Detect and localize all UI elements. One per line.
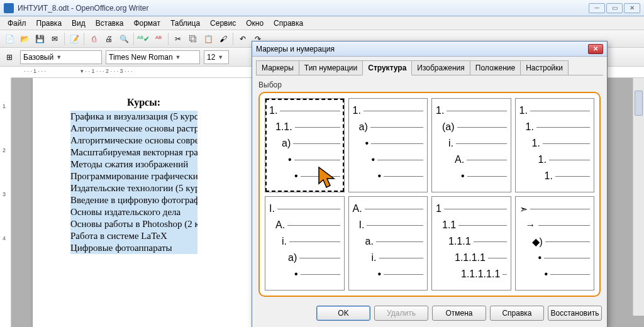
outline-level-label: •	[461, 170, 465, 182]
menu-format[interactable]: Формат	[128, 18, 165, 29]
outline-level-label: ➣	[519, 203, 528, 215]
undo-button[interactable]: ↶	[236, 32, 250, 46]
auto-spellcheck-button[interactable]: ᴬᴮ	[152, 32, 165, 46]
dialog-titlebar[interactable]: Маркеры и нумерация ✕	[252, 42, 607, 57]
outline-grid: 1.1.1.a)••1.a)•••1.(a)i.A.•1.1.1.1.1.I.A…	[258, 92, 601, 297]
help-button[interactable]: Справка	[490, 306, 544, 321]
cancel-button[interactable]: Отмена	[432, 306, 486, 321]
spellcheck-button[interactable]: ᴬᴮ✔	[136, 32, 150, 46]
menu-file[interactable]: Файл	[3, 18, 31, 29]
outline-level-label: 1.1.1	[448, 236, 471, 247]
ok-button[interactable]: OK	[316, 306, 370, 321]
dialog-tab[interactable]: Тип нумерации	[299, 60, 363, 75]
font-size-combo[interactable]: 12 ▼	[204, 50, 229, 64]
outline-option[interactable]: I.A.i.a)•	[265, 196, 345, 291]
outline-level-label: I.	[359, 219, 365, 231]
paragraph-style-combo[interactable]: Базовый ▼	[20, 50, 102, 64]
outline-level-label: a.	[365, 236, 374, 247]
styles-window-button[interactable]: ⊞	[3, 50, 16, 64]
outline-option[interactable]: A.I.a.i.•	[348, 196, 428, 291]
cut-button[interactable]: ✂	[171, 32, 185, 46]
document-line[interactable]: Масштабируемая векторная графика	[70, 147, 197, 158]
preview-button[interactable]: 🔍	[117, 32, 131, 46]
document-line[interactable]: Введение в цифровую фотографию	[70, 194, 197, 206]
document-line[interactable]: Графика и визуализация (5 курсов)	[70, 111, 197, 123]
menu-view[interactable]: Вид	[67, 18, 91, 29]
edit-button[interactable]: 📝	[67, 32, 81, 46]
outline-level-label: 1	[436, 203, 441, 214]
window-titlebar: ИНТУИТ_8.odt - OpenOffice.org Writer ─ ▭…	[0, 0, 644, 16]
paragraph-style-value: Базовый	[23, 53, 53, 62]
dialog-tab[interactable]: Структура	[362, 60, 412, 75]
outline-level-label: a)	[282, 138, 291, 149]
outline-option[interactable]: 1.a)•••	[348, 98, 428, 192]
outline-level-label: a)	[359, 121, 368, 133]
copy-button[interactable]: ⿻	[186, 32, 200, 46]
app-icon	[4, 3, 14, 13]
chevron-down-icon: ▼	[218, 54, 223, 60]
menu-tools[interactable]: Сервис	[205, 18, 241, 29]
outline-level-label: A.	[353, 203, 362, 214]
outline-level-label: 1.	[353, 105, 361, 116]
outline-level-label: 1.1.1.1	[455, 252, 486, 263]
document-line[interactable]: Издательские технологии (5 курсов)	[70, 182, 197, 194]
save-button[interactable]: 💾	[33, 32, 47, 46]
dialog-tab[interactable]: Маркеры	[256, 60, 299, 75]
vertical-ruler[interactable]: 1 2 3 4	[0, 78, 11, 327]
outline-level-label: 1.	[519, 105, 528, 116]
export-pdf-button[interactable]: ⎙	[87, 32, 101, 46]
window-minimize-button[interactable]: ─	[589, 3, 605, 13]
scrollbar-thumb[interactable]	[635, 91, 643, 116]
format-paintbrush-button[interactable]: 🖌	[216, 32, 230, 46]
document-line[interactable]: Программирование графических процессоров	[70, 170, 197, 182]
paste-button[interactable]: 📋	[201, 32, 215, 46]
outline-level-label: i.	[448, 138, 453, 149]
document-line[interactable]: Основы работы в Photoshop (2 курса)	[70, 218, 197, 230]
font-name-combo[interactable]: Times New Roman ▼	[106, 50, 200, 64]
email-button[interactable]: ✉	[48, 32, 62, 46]
outline-level-label: A.	[455, 154, 464, 165]
menu-window[interactable]: Окно	[241, 18, 269, 29]
outline-level-label: 1.	[545, 170, 553, 182]
new-doc-button[interactable]: 📄	[3, 32, 16, 46]
selection-group-label: Выбор	[258, 80, 601, 89]
menu-help[interactable]: Справка	[269, 18, 308, 29]
menu-insert[interactable]: Вставка	[91, 18, 129, 29]
font-size-value: 12	[207, 53, 215, 62]
outline-option[interactable]: ➣→◆)••	[515, 196, 595, 291]
print-button[interactable]: 🖨	[102, 32, 116, 46]
outline-level-label: 1.	[269, 105, 277, 116]
outline-level-label: 1.1.1.1.1	[461, 269, 500, 280]
document-line[interactable]: Цифровые фотоаппараты	[70, 242, 197, 254]
dialog-close-button[interactable]: ✕	[588, 44, 603, 54]
dialog-button-bar: OK Удалить Отмена Справка Восстановить	[252, 299, 607, 327]
outline-option[interactable]: 1.1.1.1.1.	[515, 98, 595, 192]
dialog-tab[interactable]: Изображения	[411, 60, 470, 75]
reset-button[interactable]: Восстановить	[548, 306, 602, 321]
document-line[interactable]: Методы сжатия изображений	[70, 158, 197, 170]
outline-level-label: •	[365, 138, 369, 149]
window-close-button[interactable]: ✕	[624, 3, 640, 13]
outline-option[interactable]: 11.11.1.11.1.1.11.1.1.1.1	[431, 196, 511, 291]
vertical-scrollbar[interactable]	[633, 78, 644, 316]
window-maximize-button[interactable]: ▭	[606, 3, 623, 13]
delete-button[interactable]: Удалить	[374, 306, 428, 321]
dialog-tab[interactable]: Положение	[470, 60, 521, 75]
open-button[interactable]: 📂	[18, 32, 31, 46]
document-line[interactable]: Основы издательского дела	[70, 206, 197, 218]
outline-level-label: 1.	[526, 121, 534, 133]
menu-edit[interactable]: Правка	[31, 18, 67, 29]
outline-option[interactable]: 1.1.1.a)••	[265, 98, 345, 192]
outline-option[interactable]: 1.(a)i.A.•	[431, 98, 511, 192]
document-line[interactable]: Алгоритмические основы современной графи…	[70, 135, 197, 147]
outline-level-label: A.	[275, 219, 285, 231]
dialog-tab[interactable]: Настройки	[520, 60, 569, 75]
outline-level-label: a)	[288, 252, 297, 263]
outline-level-label: 1.	[436, 105, 444, 116]
menu-table[interactable]: Таблица	[165, 18, 205, 29]
document-line[interactable]: Работа в системе LaTeX	[70, 230, 197, 242]
document-line[interactable]: Алгоритмические основы растровой графики	[70, 123, 197, 135]
menu-bar: Файл Правка Вид Вставка Формат Таблица С…	[0, 16, 644, 30]
outline-level-label: •	[372, 154, 375, 165]
outline-level-label: I.	[269, 203, 275, 214]
